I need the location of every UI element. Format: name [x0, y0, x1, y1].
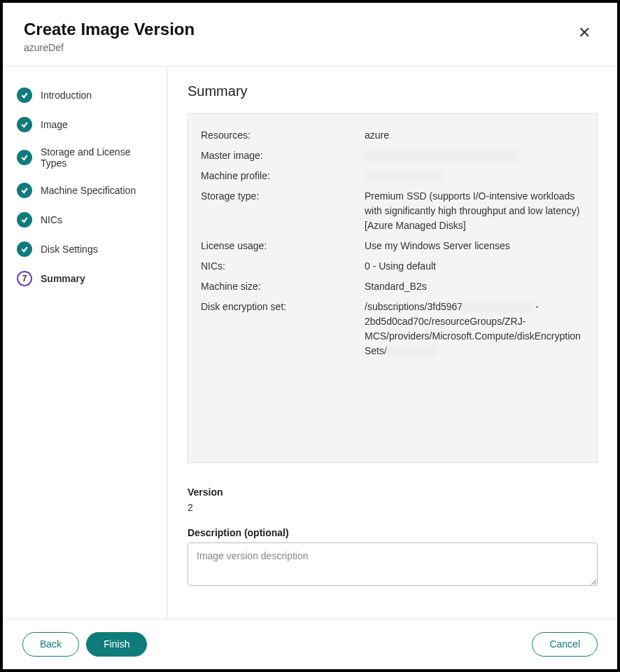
- back-button[interactable]: Back: [22, 632, 79, 657]
- summary-value: 0 - Using default: [365, 259, 584, 274]
- step-label: NICs: [41, 214, 62, 225]
- redacted-value: [365, 171, 442, 182]
- summary-key: Storage type:: [201, 189, 365, 233]
- footer-left: Back Finish: [22, 632, 147, 657]
- step-label: Storage and License Types: [41, 146, 157, 169]
- main-panel: Summary Resources: azure Master image: M…: [168, 66, 617, 619]
- step-machine-spec[interactable]: Machine Specification: [14, 176, 160, 205]
- summary-key: Resources:: [201, 128, 365, 143]
- step-label: Machine Specification: [41, 185, 136, 196]
- summary-card: Resources: azure Master image: Machine p…: [188, 113, 598, 463]
- step-label: Introduction: [41, 90, 92, 101]
- summary-row-master-image: Master image:: [201, 148, 584, 163]
- finish-button[interactable]: Finish: [86, 632, 147, 657]
- summary-row-machine-size: Machine size: Standard_B2s: [201, 279, 584, 294]
- check-icon: [17, 88, 32, 103]
- summary-value: /subscriptions/3fd5967 - 2bd5d0cad70c/re…: [365, 300, 584, 358]
- step-label: Summary: [41, 273, 85, 284]
- close-button[interactable]: ✕: [572, 20, 596, 46]
- check-icon: [17, 241, 32, 257]
- check-icon: [17, 117, 32, 132]
- summary-row-license-usage: License usage: Use my Windows Server lic…: [201, 239, 584, 253]
- summary-key: Disk encryption set:: [201, 300, 365, 358]
- step-nics[interactable]: NICs: [14, 205, 160, 234]
- version-value: 2: [188, 502, 598, 513]
- summary-key: NICs:: [201, 259, 365, 274]
- summary-key: Machine size:: [201, 279, 365, 294]
- summary-value: Use my Windows Server licenses: [365, 239, 584, 253]
- step-summary[interactable]: 7 Summary: [14, 264, 160, 293]
- summary-row-machine-profile: Machine profile:: [201, 169, 584, 183]
- step-introduction[interactable]: Introduction: [14, 80, 160, 110]
- wizard-steps-sidebar: Introduction Image Storage and License T…: [3, 66, 168, 619]
- dialog-title: Create Image Version: [24, 20, 195, 39]
- summary-row-storage-type: Storage type: Premium SSD (supports I/O-…: [201, 189, 584, 233]
- cancel-button[interactable]: Cancel: [532, 632, 598, 657]
- dialog-header: Create Image Version azureDef ✕: [3, 3, 617, 66]
- summary-key: Master image:: [201, 148, 365, 163]
- redacted-value: [463, 302, 533, 313]
- step-label: Disk Settings: [41, 244, 98, 255]
- step-storage-license[interactable]: Storage and License Types: [14, 139, 160, 176]
- header-text: Create Image Version azureDef: [24, 20, 195, 53]
- summary-row-disk-encryption: Disk encryption set: /subscriptions/3fd5…: [201, 300, 584, 358]
- check-icon: [17, 150, 32, 165]
- step-number-icon: 7: [17, 271, 32, 286]
- version-label: Version: [188, 486, 598, 498]
- summary-value: Standard_B2s: [365, 279, 584, 294]
- check-icon: [17, 212, 32, 227]
- step-image[interactable]: Image: [14, 110, 160, 139]
- dialog-footer: Back Finish Cancel: [3, 619, 617, 669]
- close-icon: ✕: [578, 24, 591, 41]
- footer-right: Cancel: [532, 632, 598, 657]
- step-label: Image: [41, 119, 68, 130]
- summary-value: azure: [365, 128, 584, 143]
- page-heading: Summary: [188, 83, 598, 99]
- check-icon: [17, 183, 32, 198]
- description-label: Description (optional): [188, 527, 598, 538]
- summary-key: Machine profile:: [201, 169, 365, 183]
- redacted-value: [365, 150, 519, 162]
- summary-key: License usage:: [201, 239, 365, 253]
- wizard-dialog: Create Image Version azureDef ✕ Introduc…: [0, 0, 620, 672]
- summary-value: [365, 169, 584, 183]
- summary-row-nics: NICs: 0 - Using default: [201, 259, 584, 274]
- summary-value: [365, 148, 584, 163]
- summary-value: Premium SSD (supports I/O-intensive work…: [365, 189, 584, 233]
- dialog-subtitle: azureDef: [24, 42, 195, 53]
- disk-encryption-prefix: /subscriptions/3fd5967: [365, 301, 463, 312]
- dialog-body: Introduction Image Storage and License T…: [3, 66, 617, 619]
- step-disk-settings[interactable]: Disk Settings: [14, 234, 160, 264]
- description-input[interactable]: [188, 542, 598, 586]
- redacted-value: [387, 346, 436, 357]
- summary-row-resources: Resources: azure: [201, 128, 584, 143]
